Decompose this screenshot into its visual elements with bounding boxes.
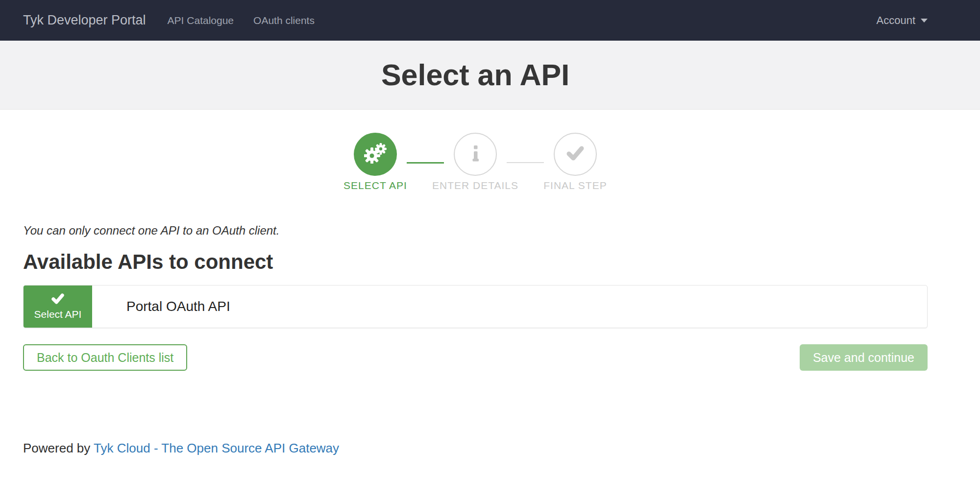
step-circle-pending (454, 133, 497, 176)
actions-row: Back to Oauth Clients list Save and cont… (23, 344, 928, 371)
step-circle-pending (554, 133, 597, 176)
step-label-enter-details: ENTER DETAILS (432, 180, 518, 191)
available-apis-heading: Available APIs to connect (23, 250, 928, 274)
account-label: Account (877, 14, 916, 27)
wizard-stepper: SELECT API ENTER DETAILS (23, 133, 928, 190)
step-select-api: SELECT API (354, 133, 397, 176)
navbar: Tyk Developer Portal API Catalogue OAuth… (0, 0, 980, 41)
account-dropdown[interactable]: Account (877, 14, 928, 27)
nav-item-api-catalogue[interactable]: API Catalogue (168, 15, 234, 26)
step-enter-details: ENTER DETAILS (454, 133, 497, 176)
oauth-note: You can only connect one API to an OAuth… (23, 224, 928, 238)
info-icon (472, 145, 479, 164)
footer: Powered by Tyk Cloud - The Open Source A… (23, 441, 980, 456)
brand-link[interactable]: Tyk Developer Portal (23, 13, 146, 28)
api-name: Portal OAuth API (92, 286, 230, 328)
page-title: Select an API (381, 58, 569, 92)
main-content: SELECT API ENTER DETAILS (23, 133, 928, 371)
nav-item-oauth-clients[interactable]: OAuth clients (253, 15, 315, 26)
select-api-button[interactable]: Select API (24, 286, 92, 328)
check-icon (50, 293, 65, 307)
powered-by-text: Powered by (23, 441, 90, 455)
select-api-button-label: Select API (34, 309, 82, 320)
check-icon (565, 144, 586, 164)
cogs-icon (364, 143, 387, 166)
step-circle-active (354, 133, 397, 176)
stepper-connector-done (407, 162, 444, 164)
hero-banner: Select an API (0, 41, 980, 110)
api-list-item: Select API Portal OAuth API (23, 285, 928, 328)
back-to-oauth-clients-button[interactable]: Back to Oauth Clients list (23, 344, 187, 371)
tyk-cloud-link[interactable]: Tyk Cloud - The Open Source API Gateway (94, 441, 339, 455)
step-final-step: FINAL STEP (554, 133, 597, 176)
stepper-connector-todo (507, 162, 544, 163)
step-label-select-api: SELECT API (343, 180, 407, 191)
save-and-continue-button[interactable]: Save and continue (800, 344, 928, 371)
step-label-final-step: FINAL STEP (543, 180, 607, 191)
caret-down-icon (921, 19, 928, 23)
